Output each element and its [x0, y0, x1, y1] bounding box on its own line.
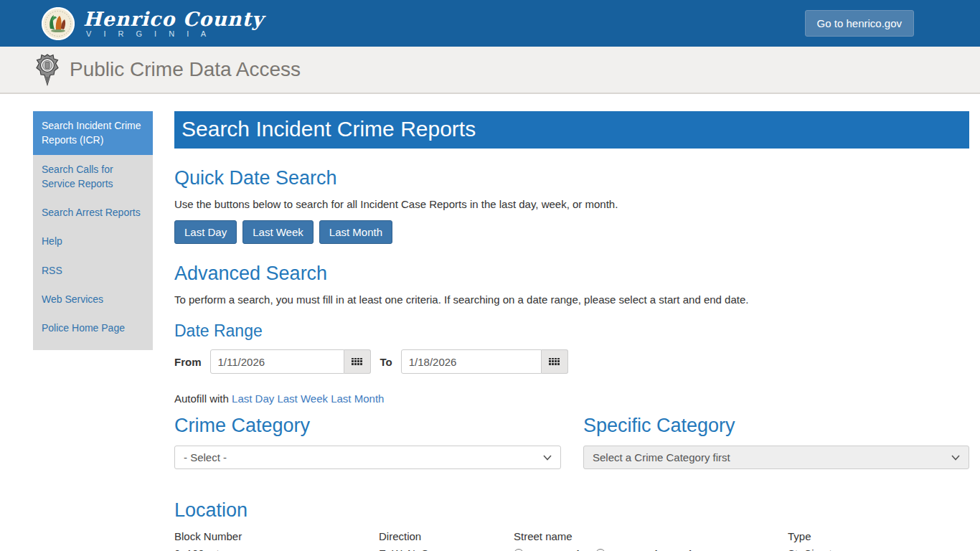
- sidebar-item-web-services[interactable]: Web Services: [33, 285, 153, 314]
- intersection-only-radio[interactable]: Intersection Only: [595, 548, 698, 551]
- sidebar-item-help[interactable]: Help: [33, 227, 153, 255]
- last-month-button[interactable]: Last Month: [319, 220, 392, 244]
- from-date-input[interactable]: [210, 349, 344, 374]
- from-calendar-button[interactable]: [344, 349, 371, 374]
- sidebar-item-police-home-page[interactable]: Police Home Page: [33, 314, 153, 342]
- chevron-down-icon: [951, 455, 960, 461]
- quick-date-search-heading: Quick Date Search: [174, 167, 969, 189]
- quick-date-buttons: Last Day Last Week Last Month: [174, 220, 969, 244]
- go-to-henrico-gov-button[interactable]: Go to henrico.gov: [805, 10, 914, 37]
- last-week-button[interactable]: Last Week: [242, 220, 314, 244]
- sidebar-item-rss[interactable]: RSS: [33, 256, 153, 285]
- calendar-grid-icon: [352, 358, 362, 365]
- brand-title: Henrico County: [83, 9, 264, 29]
- specific-category-select[interactable]: Select a Crime Category first: [583, 446, 969, 469]
- app-header: Public Crime Data Access: [0, 47, 980, 94]
- top-navbar: Henrico County V I R G I N I A Go to hen…: [0, 0, 980, 47]
- page-title: Search Incident Crime Reports: [174, 111, 969, 149]
- crime-category-selected-value: - Select -: [184, 451, 227, 463]
- quick-date-search-description: Use the buttons below to search for all …: [174, 198, 969, 210]
- sidebar-item-search-icr[interactable]: Search Incident Crime Reports (ICR): [33, 111, 153, 155]
- type-label: Type: [788, 530, 969, 542]
- county-brand[interactable]: Henrico County V I R G I N I A: [42, 7, 264, 40]
- date-range-row: From To: [174, 349, 969, 374]
- sidebar-item-search-calls-for-service[interactable]: Search Calls for Service Reports: [33, 155, 153, 199]
- street-only-label: Street Only: [528, 548, 585, 551]
- brand-subtitle: V I R G I N I A: [83, 30, 264, 38]
- autofill-last-day-link[interactable]: Last Day: [232, 392, 274, 405]
- direction-hint: E, W, N, S: [379, 547, 491, 551]
- block-number-label: Block Number: [174, 530, 357, 542]
- location-heading: Location: [174, 499, 969, 522]
- henrico-county-seal-icon: [42, 7, 75, 40]
- date-range-heading: Date Range: [174, 321, 969, 341]
- last-day-button[interactable]: Last Day: [174, 220, 237, 244]
- crime-category-heading: Crime Category: [174, 415, 561, 437]
- autofill-row: Autofill with Last Day Last Week Last Mo…: [174, 392, 969, 405]
- advanced-search-description: To perform a search, you must fill in at…: [174, 293, 969, 306]
- chevron-down-icon: [543, 455, 552, 461]
- app-title: Public Crime Data Access: [70, 58, 301, 81]
- direction-label: Direction: [379, 530, 491, 542]
- calendar-grid-icon: [549, 358, 560, 365]
- street-name-label: Street name: [514, 530, 763, 542]
- to-calendar-button[interactable]: [542, 349, 568, 374]
- block-number-hint: 0, 100, etc: [174, 547, 357, 551]
- intersection-only-label: Intersection Only: [610, 548, 698, 551]
- to-label: To: [380, 356, 392, 368]
- type-hint: St, Cir, etc.: [788, 547, 969, 551]
- specific-category-selected-value: Select a Crime Category first: [593, 451, 730, 463]
- police-badge-icon: [36, 53, 59, 86]
- autofill-last-week-link[interactable]: Last Week: [277, 392, 328, 405]
- street-only-radio[interactable]: Street Only: [514, 548, 585, 551]
- to-date-input[interactable]: [401, 349, 542, 374]
- location-fields: Block Number 0, 100, etc Direction E, W,…: [174, 530, 969, 551]
- sidebar-item-search-arrest-reports[interactable]: Search Arrest Reports: [33, 198, 153, 227]
- sidebar-nav: Search Incident Crime Reports (ICR) Sear…: [33, 111, 153, 350]
- crime-category-select[interactable]: - Select -: [174, 446, 561, 469]
- from-label: From: [174, 356, 202, 368]
- specific-category-heading: Specific Category: [583, 415, 969, 437]
- category-row: Crime Category - Select - Specific Categ…: [174, 415, 969, 486]
- autofill-label: Autofill with: [174, 392, 229, 405]
- autofill-last-month-link[interactable]: Last Month: [331, 392, 384, 405]
- advanced-search-heading: Advanced Search: [174, 263, 969, 285]
